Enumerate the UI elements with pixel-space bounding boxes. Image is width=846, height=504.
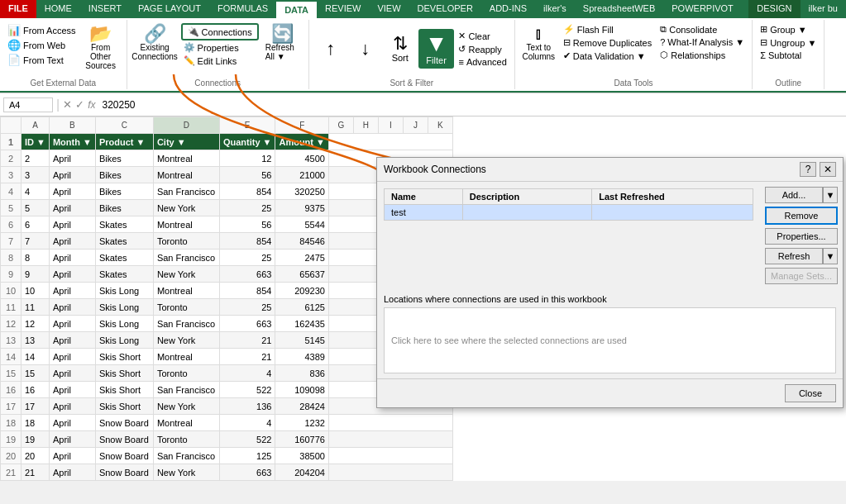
col-header-d[interactable]: D (153, 117, 219, 134)
tab-ilkers[interactable]: ilker's (535, 0, 575, 18)
tab-file[interactable]: FILE (0, 0, 36, 18)
properties-button[interactable]: ⚙️ Properties (181, 41, 259, 54)
col-header-g[interactable]: G (328, 117, 353, 134)
from-text-button[interactable]: 📄 From Text (5, 53, 79, 67)
properties-dialog-button[interactable]: Properties... (765, 228, 838, 245)
tab-insert[interactable]: INSERT (80, 0, 130, 18)
tab-formulas[interactable]: FORMULAS (209, 0, 276, 18)
col-header-a[interactable]: A (22, 117, 50, 134)
manage-sets-button[interactable]: Manage Sets... (765, 268, 838, 284)
from-other-sources-button[interactable]: 📂 From Other Sources (80, 23, 122, 72)
col-header-b[interactable]: B (49, 117, 95, 134)
tab-review[interactable]: REVIEW (317, 0, 369, 18)
remove-dup-icon: ⊟ (563, 37, 571, 48)
from-web-button[interactable]: 🌐 From Web (5, 38, 79, 52)
reapply-button[interactable]: ↺ Reapply (456, 43, 509, 55)
connection-last-refreshed (592, 205, 753, 221)
text-to-columns-button[interactable]: ⫾ Text to Columns (520, 23, 557, 63)
data-tools-label: Data Tools (515, 78, 752, 88)
tab-page-layout[interactable]: PAGE LAYOUT (130, 0, 209, 18)
sort-button[interactable]: ⇅ Sort (384, 33, 417, 64)
ungroup-icon: ⊟ (760, 37, 767, 48)
connections-button[interactable]: 🔌 Connections (181, 23, 259, 40)
workbook-connections-dialog[interactable]: Workbook Connections ? ✕ Name Descriptio… (376, 157, 844, 408)
group-label: Group ▼ (770, 25, 807, 35)
col-header-h[interactable]: H (353, 117, 378, 134)
table-row: 1818AprilSnow BoardMontreal41232 (1, 415, 453, 431)
tab-home[interactable]: HOME (36, 0, 80, 18)
connection-row[interactable]: test (385, 205, 753, 221)
what-if-icon: ? (660, 37, 665, 47)
filter-label: Filter (426, 55, 446, 65)
tab-add-ins[interactable]: ADD-INS (481, 0, 535, 18)
text-to-columns-label: Text to Columns (523, 43, 555, 61)
col-header-j[interactable]: J (403, 117, 428, 134)
data-tools-content: ⫾ Text to Columns ⚡ Flash Fill ⊟ Remove … (520, 23, 747, 86)
dialog-close-x-button[interactable]: ✕ (820, 162, 836, 177)
filter-button[interactable]: ▼ Filter (418, 29, 455, 69)
refresh-all-button[interactable]: 🔄 Refresh All ▼ (262, 23, 304, 63)
col-header-f[interactable]: F (275, 117, 329, 134)
sort-desc-button[interactable]: ↓ (349, 38, 382, 59)
sort-icon: ⇅ (393, 35, 408, 53)
tab-spreadsheetweb[interactable]: SpreadsheetWEB (575, 0, 663, 18)
remove-duplicates-button[interactable]: ⊟ Remove Duplicates (561, 36, 654, 49)
outline-content: ⊞ Group ▼ ⊟ Ungroup ▼ Σ Subtotal (758, 23, 819, 86)
sort-asc-button[interactable]: ↑ (314, 38, 347, 59)
advanced-button[interactable]: ≡ Advanced (456, 56, 509, 68)
col-header-c[interactable]: C (95, 117, 153, 134)
tab-design[interactable]: DESIGN (748, 0, 800, 18)
consolidate-button[interactable]: ⧉ Consolidate (657, 23, 747, 36)
clear-icon: ✕ (458, 31, 466, 41)
what-if-button[interactable]: ? What-If Analysis ▼ (657, 36, 747, 48)
remove-button[interactable]: Remove (765, 207, 838, 225)
locations-box[interactable]: Click here to see where the selected con… (384, 307, 836, 373)
formula-bar: | ✕ ✓ fx (0, 93, 846, 116)
filter-icon: ▼ (425, 32, 448, 55)
ungroup-button[interactable]: ⊟ Ungroup ▼ (758, 36, 819, 49)
flash-fill-button[interactable]: ⚡ Flash Fill (561, 23, 654, 36)
col-header-e[interactable]: E (219, 117, 275, 134)
dialog-footer: Close (377, 378, 843, 407)
refresh-dropdown-button[interactable]: ▼ (823, 248, 838, 264)
col-last-refreshed-header: Last Refreshed (592, 189, 753, 205)
relationships-icon: ⬡ (660, 50, 668, 60)
dialog-close-button[interactable]: Close (785, 384, 836, 402)
locations-placeholder-text: Click here to see where the selected con… (391, 335, 627, 345)
col-header-k[interactable]: K (428, 117, 452, 134)
clear-button[interactable]: ✕ Clear (456, 30, 509, 42)
dialog-help-button[interactable]: ? (800, 162, 816, 177)
tab-developer[interactable]: DEVELOPER (409, 0, 481, 18)
data-validation-button[interactable]: ✔ Data Validation ▼ (561, 50, 654, 62)
formula-input[interactable] (99, 97, 844, 112)
dialog-main: Name Description Last Refreshed test (377, 182, 760, 289)
group-data-tools: ⫾ Text to Columns ⚡ Flash Fill ⊟ Remove … (515, 20, 753, 89)
subtotal-button[interactable]: Σ Subtotal (758, 50, 819, 61)
tab-view[interactable]: VIEW (369, 0, 409, 18)
flash-fill-icon: ⚡ (563, 24, 575, 35)
add-dropdown-button[interactable]: ▼ (823, 187, 838, 203)
h-id: ID ▼ (22, 134, 50, 150)
get-external-content: 📊 From Access 🌐 From Web 📄 From Text 📂 F… (5, 23, 122, 86)
existing-connections-button[interactable]: 🔗 Existing Connections (132, 23, 178, 63)
refresh-dialog-button[interactable]: Refresh (765, 248, 823, 264)
from-other-label: From Other Sources (84, 43, 118, 70)
relationships-button[interactable]: ⬡ Relationships (657, 49, 747, 61)
tab-powerpivot[interactable]: POWERPIVOT (663, 0, 742, 18)
connection-description (462, 205, 591, 221)
group-icon: ⊞ (760, 24, 767, 35)
sort-filter-label: Sort & Filter (309, 78, 514, 88)
from-access-button[interactable]: 📊 From Access (5, 23, 79, 37)
h-quantity: Quantity ▼ (219, 134, 275, 150)
col-name-header: Name (385, 189, 463, 205)
connections-content: 🔗 Existing Connections 🔌 Connections ⚙️ … (132, 23, 304, 86)
add-button[interactable]: Add... (765, 187, 823, 203)
col-header-i[interactable]: I (378, 117, 403, 134)
tab-data[interactable]: DATA (276, 0, 317, 18)
cell-reference[interactable] (3, 97, 53, 112)
tab-row: FILE HOME INSERT PAGE LAYOUT FORMULAS DA… (0, 0, 846, 18)
reapply-label: Reapply (468, 45, 501, 55)
add-button-group: Add... ▼ (765, 187, 838, 203)
group-button[interactable]: ⊞ Group ▼ (758, 23, 819, 36)
edit-links-button[interactable]: ✏️ Edit Links (181, 55, 259, 67)
